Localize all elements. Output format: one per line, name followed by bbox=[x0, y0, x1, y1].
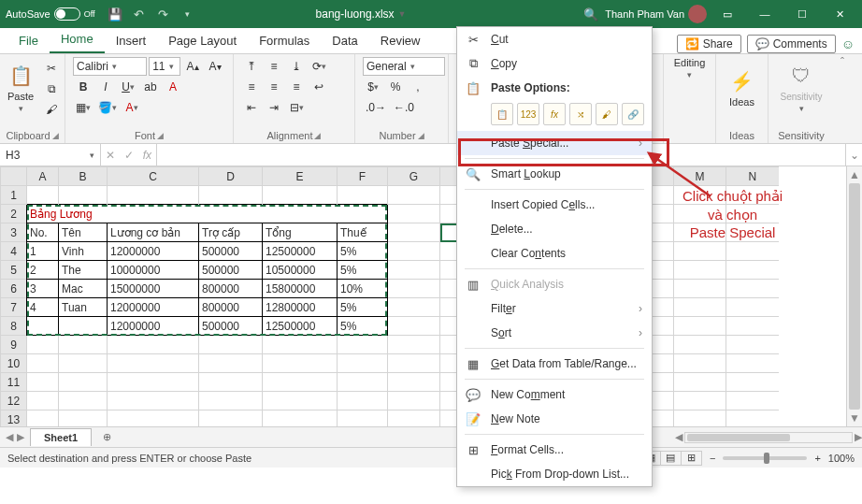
zoom-slider[interactable] bbox=[723, 456, 807, 460]
cell[interactable] bbox=[59, 354, 108, 373]
name-box[interactable]: H3▾ bbox=[0, 144, 101, 166]
row-header[interactable]: 2 bbox=[1, 205, 27, 223]
ctx-cut[interactable]: ✂Cut bbox=[457, 27, 652, 51]
ctx-format-cells[interactable]: ⊞Format Cells... bbox=[457, 438, 652, 462]
ctx-copy[interactable]: ⧉Copy bbox=[457, 51, 652, 76]
tab-page-layout[interactable]: Page Layout bbox=[157, 30, 248, 53]
maximize-icon[interactable]: ☐ bbox=[785, 0, 819, 28]
cell[interactable] bbox=[388, 410, 440, 427]
col-header[interactable]: E bbox=[263, 167, 338, 186]
cell[interactable]: 5% bbox=[338, 242, 388, 261]
cell[interactable] bbox=[674, 280, 726, 298]
orientation-icon[interactable]: ⟳▾ bbox=[309, 57, 329, 76]
cell[interactable] bbox=[27, 410, 59, 427]
cell[interactable] bbox=[338, 186, 388, 205]
dialog-launcher-icon[interactable]: ◢ bbox=[52, 131, 59, 140]
qat-more-icon[interactable]: ▾ bbox=[178, 4, 198, 24]
cell[interactable] bbox=[388, 223, 440, 242]
redo-icon[interactable]: ↷ bbox=[153, 4, 174, 24]
paste-formatting-icon[interactable]: 🖌 bbox=[596, 103, 618, 125]
border-button[interactable]: ▦▾ bbox=[73, 98, 93, 117]
number-format-combo[interactable]: General▾ bbox=[363, 57, 445, 76]
ctx-get-data[interactable]: ▦Get Data from Table/Range... bbox=[457, 352, 652, 376]
cell[interactable] bbox=[263, 186, 338, 205]
save-icon[interactable]: 💾 bbox=[105, 4, 125, 24]
cell[interactable]: Mac bbox=[59, 280, 108, 298]
row-header[interactable]: 5 bbox=[1, 261, 27, 280]
sensitivity-button[interactable]: 🛡 Sensitivity ▾ bbox=[781, 57, 822, 119]
cell[interactable] bbox=[27, 354, 59, 373]
cell[interactable] bbox=[674, 336, 726, 354]
cell[interactable]: 10% bbox=[338, 280, 388, 298]
row-header[interactable]: 1 bbox=[1, 186, 27, 205]
cell[interactable] bbox=[726, 317, 779, 336]
tab-insert[interactable]: Insert bbox=[105, 30, 158, 53]
row-header[interactable]: 9 bbox=[1, 336, 27, 354]
cell[interactable]: 800000 bbox=[199, 280, 263, 298]
feedback-icon[interactable]: ☺ bbox=[841, 36, 855, 51]
double-underline-icon[interactable]: ab bbox=[140, 78, 161, 96]
percent-format-icon[interactable]: % bbox=[385, 78, 406, 96]
toggle-switch[interactable] bbox=[54, 7, 80, 21]
cell[interactable] bbox=[263, 410, 338, 427]
cell[interactable] bbox=[674, 373, 726, 392]
cell[interactable]: No. bbox=[27, 223, 59, 242]
align-left-icon[interactable]: ≡ bbox=[241, 78, 262, 96]
next-sheet-icon[interactable]: ▶ bbox=[17, 431, 24, 443]
paste-button[interactable]: 📋 Paste ▾ bbox=[7, 57, 34, 119]
cell[interactable]: 10000000 bbox=[108, 261, 199, 280]
cell[interactable] bbox=[199, 373, 263, 392]
cell[interactable]: 5% bbox=[338, 298, 388, 317]
cell[interactable] bbox=[726, 354, 779, 373]
cell[interactable] bbox=[27, 392, 59, 410]
paste-all-icon[interactable]: 📋 bbox=[491, 103, 513, 125]
tab-formulas[interactable]: Formulas bbox=[248, 30, 321, 53]
increase-decimal-icon[interactable]: .0→ bbox=[363, 98, 389, 117]
row-header[interactable]: 13 bbox=[1, 410, 27, 427]
col-header[interactable]: N bbox=[726, 167, 779, 186]
cell[interactable] bbox=[674, 317, 726, 336]
ctx-new-comment[interactable]: 💬New Comment bbox=[457, 382, 652, 407]
cell[interactable]: 15800000 bbox=[263, 280, 338, 298]
cell[interactable] bbox=[338, 336, 388, 354]
font-color-swatch-icon[interactable]: A bbox=[163, 78, 183, 96]
ctx-filter[interactable]: Filter› bbox=[457, 296, 652, 321]
cell[interactable] bbox=[108, 354, 199, 373]
cell[interactable] bbox=[108, 373, 199, 392]
cell[interactable]: 12500000 bbox=[263, 317, 338, 336]
cell[interactable] bbox=[59, 392, 108, 410]
italic-button[interactable]: I bbox=[95, 78, 116, 96]
paste-values-icon[interactable]: 123 bbox=[517, 103, 539, 125]
cell[interactable]: Tổng bbox=[263, 223, 338, 242]
chevron-down-icon[interactable]: ▼ bbox=[398, 9, 407, 19]
cell[interactable]: 1 bbox=[27, 242, 59, 261]
underline-button[interactable]: U▾ bbox=[118, 78, 138, 96]
row-header[interactable]: 8 bbox=[1, 317, 27, 336]
sheet-tab[interactable]: Sheet1 bbox=[30, 428, 92, 446]
prev-sheet-icon[interactable]: ◀ bbox=[6, 431, 13, 443]
accounting-format-icon[interactable]: $▾ bbox=[363, 78, 383, 96]
row-header[interactable]: 4 bbox=[1, 242, 27, 261]
dialog-launcher-icon[interactable]: ◢ bbox=[314, 131, 321, 140]
ctx-pick-list[interactable]: Pick From Drop-down List... bbox=[457, 462, 652, 486]
increase-indent-icon[interactable]: ⇥ bbox=[264, 98, 284, 117]
align-bottom-icon[interactable]: ⤓ bbox=[286, 57, 307, 76]
ctx-delete[interactable]: Delete... bbox=[457, 217, 652, 241]
cell[interactable] bbox=[726, 280, 779, 298]
ribbon-options-icon[interactable]: ▭ bbox=[711, 0, 744, 28]
wrap-text-icon[interactable]: ↩ bbox=[309, 78, 329, 96]
font-color-button[interactable]: A▾ bbox=[122, 98, 142, 117]
autosave-toggle[interactable]: AutoSave Off bbox=[6, 7, 95, 21]
cell[interactable] bbox=[674, 242, 726, 261]
cell[interactable] bbox=[674, 392, 726, 410]
chevron-down-icon[interactable]: ▾ bbox=[687, 70, 692, 79]
align-top-icon[interactable]: ⤒ bbox=[241, 57, 262, 76]
fill-color-button[interactable]: 🪣▾ bbox=[95, 98, 120, 117]
cell[interactable]: 12000000 bbox=[108, 242, 199, 261]
zoom-in-icon[interactable]: + bbox=[814, 453, 820, 464]
cell[interactable]: Lương cơ bản bbox=[108, 223, 199, 242]
page-layout-view-icon[interactable]: ▤ bbox=[661, 451, 682, 466]
tab-data[interactable]: Data bbox=[321, 30, 368, 53]
horizontal-scrollbar[interactable] bbox=[684, 432, 853, 443]
add-sheet-icon[interactable]: ⊕ bbox=[97, 431, 116, 443]
